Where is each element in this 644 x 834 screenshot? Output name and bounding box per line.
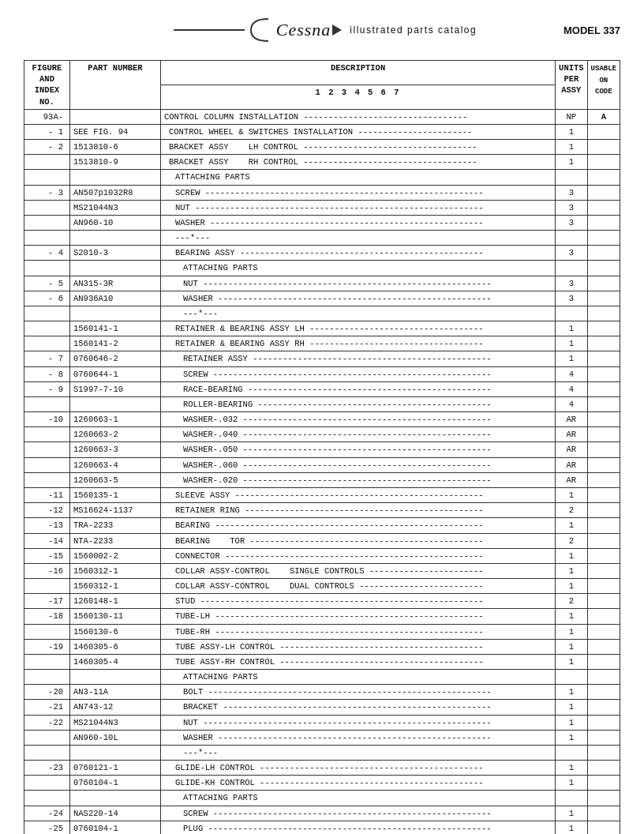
desc-numbers: 1 2 3 4 5 6 7 (161, 85, 556, 109)
usable-cell (587, 427, 620, 442)
desc-cell: SCREW ----------------------------------… (161, 185, 556, 200)
units-cell (556, 745, 588, 760)
table-row: 93A-CONTROL COLUMN INSTALLATION --------… (24, 109, 620, 124)
units-cell: 1 (556, 700, 588, 715)
fig-cell (24, 155, 70, 170)
desc-cell: ---*--- (161, 306, 556, 321)
usable-cell (587, 791, 620, 806)
usable-cell (587, 609, 620, 624)
fig-cell: -12 (24, 503, 70, 518)
units-cell: 3 (556, 215, 588, 230)
usable-cell (587, 745, 620, 760)
part-cell: 1460305-4 (70, 654, 161, 669)
usable-cell (587, 336, 620, 351)
fig-cell (24, 336, 70, 351)
part-cell: AN507p1032R8 (70, 185, 161, 200)
desc-cell: WASHER-.032 ----------------------------… (161, 412, 556, 427)
usable-cell (587, 442, 620, 457)
table-row: - 5AN315-3RNUT -------------------------… (24, 276, 620, 291)
units-cell: 3 (556, 185, 588, 200)
units-cell: 3 (556, 276, 588, 291)
desc-cell: RETAINER ASSY --------------------------… (161, 351, 556, 366)
part-cell: MS21044N3 (70, 200, 161, 215)
units-cell: 1 (556, 639, 588, 654)
units-cell: 3 (556, 200, 588, 215)
units-cell (556, 231, 588, 246)
usable-cell (587, 821, 620, 834)
part-cell: 1260663-5 (70, 472, 161, 487)
fig-cell (24, 579, 70, 594)
usable-cell (587, 321, 620, 336)
desc-cell: SLEEVE ASSY ----------------------------… (161, 487, 556, 502)
desc-cell: WASHER ---------------------------------… (161, 730, 556, 745)
fig-cell: -19 (24, 639, 70, 654)
desc-cell: NUT ------------------------------------… (161, 276, 556, 291)
table-row: - 80760644-1SCREW ----------------------… (24, 366, 620, 381)
col-header-part: PART NUMBER (70, 61, 161, 110)
fig-cell (24, 321, 70, 336)
part-cell: 0760104-1 (70, 821, 161, 834)
usable-cell (587, 624, 620, 639)
table-row: -191460305-6TUBE ASSY-LH CONTROL -------… (24, 639, 620, 654)
usable-cell (587, 776, 620, 791)
fig-cell (24, 200, 70, 215)
col-header-desc: DESCRIPTION (161, 61, 556, 85)
table-row: 1260663-2WASHER-.040 -------------------… (24, 427, 620, 442)
part-cell: 1513810-6 (70, 140, 161, 155)
table-row: -21AN743-12BRACKET ---------------------… (24, 700, 620, 715)
units-cell: 1 (556, 624, 588, 639)
usable-cell (587, 140, 620, 155)
units-cell: 1 (556, 821, 588, 834)
part-cell: NTA-2233 (70, 533, 161, 548)
usable-cell (587, 185, 620, 200)
usable-cell (587, 246, 620, 261)
part-cell (70, 109, 161, 124)
table-row: -14NTA-2233BEARING TOR -----------------… (24, 533, 620, 548)
part-cell: AN936A10 (70, 291, 161, 306)
desc-cell: BEARING ASSY ---------------------------… (161, 246, 556, 261)
usable-cell (587, 503, 620, 518)
page: Cessna illustrated parts catalog MODEL 3… (0, 0, 644, 834)
col-header-units: UNITSPERASSY (556, 61, 588, 110)
units-cell: 1 (556, 654, 588, 669)
desc-cell: RETAINER & BEARING ASSY LH -------------… (161, 321, 556, 336)
model-label: MODEL 337 (564, 24, 620, 36)
units-cell: 1 (556, 487, 588, 502)
part-cell: 1260663-3 (70, 442, 161, 457)
desc-cell: ---*--- (161, 231, 556, 246)
desc-cell: ---*--- (161, 745, 556, 760)
part-cell: 1260663-4 (70, 457, 161, 472)
fig-cell (24, 745, 70, 760)
col-header-usable: USABLEONCODE (587, 61, 620, 110)
table-row: AN960-10WASHER -------------------------… (24, 215, 620, 230)
part-cell: 1560312-1 (70, 579, 161, 594)
table-row: 1260663-5WASHER-.020 -------------------… (24, 472, 620, 487)
usable-cell (587, 412, 620, 427)
table-row: - 6AN936A10WASHER ----------------------… (24, 291, 620, 306)
desc-cell: BRACKET --------------------------------… (161, 700, 556, 715)
fig-cell (24, 670, 70, 685)
usable-cell (587, 579, 620, 594)
fig-cell: - 6 (24, 291, 70, 306)
fig-cell: - 3 (24, 185, 70, 200)
fig-cell (24, 791, 70, 806)
part-cell (70, 231, 161, 246)
table-row: -20AN3-11ABOLT -------------------------… (24, 685, 620, 700)
desc-cell: PLUG -----------------------------------… (161, 821, 556, 834)
table-row: ---*--- (24, 745, 620, 760)
usable-cell (587, 533, 620, 548)
part-cell: 1560130-6 (70, 624, 161, 639)
part-cell: TRA-2233 (70, 518, 161, 533)
desc-cell: WASHER-.040 ----------------------------… (161, 427, 556, 442)
desc-cell: BEARING --------------------------------… (161, 518, 556, 533)
table-row: 1260663-3WASHER-.050 -------------------… (24, 442, 620, 457)
fig-cell (24, 427, 70, 442)
units-cell: 1 (556, 563, 588, 578)
usable-cell (587, 594, 620, 609)
table-row: 1560141-1RETAINER & BEARING ASSY LH ----… (24, 321, 620, 336)
units-cell (556, 261, 588, 276)
units-cell: 2 (556, 503, 588, 518)
part-cell: AN3-11A (70, 685, 161, 700)
desc-cell: WASHER ---------------------------------… (161, 291, 556, 306)
part-cell (70, 791, 161, 806)
